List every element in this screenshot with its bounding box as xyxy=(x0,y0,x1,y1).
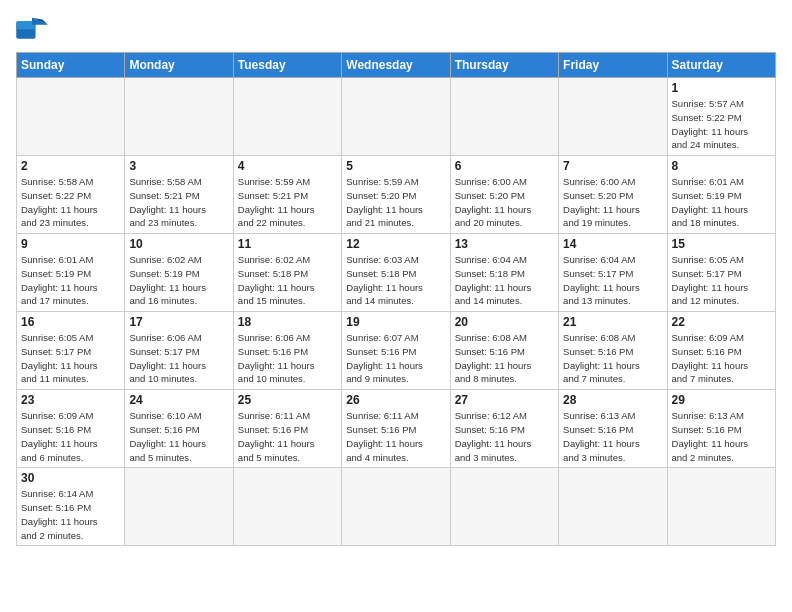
day-info: Sunrise: 6:08 AM Sunset: 5:16 PM Dayligh… xyxy=(563,331,662,386)
day-info: Sunrise: 5:59 AM Sunset: 5:21 PM Dayligh… xyxy=(238,175,337,230)
calendar-cell xyxy=(342,468,450,546)
day-number: 3 xyxy=(129,159,228,173)
day-info: Sunrise: 6:06 AM Sunset: 5:17 PM Dayligh… xyxy=(129,331,228,386)
calendar-row: 23Sunrise: 6:09 AM Sunset: 5:16 PM Dayli… xyxy=(17,390,776,468)
calendar-cell: 3Sunrise: 5:58 AM Sunset: 5:21 PM Daylig… xyxy=(125,156,233,234)
day-number: 16 xyxy=(21,315,120,329)
weekday-header-thursday: Thursday xyxy=(450,53,558,78)
day-info: Sunrise: 6:00 AM Sunset: 5:20 PM Dayligh… xyxy=(563,175,662,230)
calendar-cell xyxy=(559,78,667,156)
day-info: Sunrise: 6:14 AM Sunset: 5:16 PM Dayligh… xyxy=(21,487,120,542)
calendar-cell: 8Sunrise: 6:01 AM Sunset: 5:19 PM Daylig… xyxy=(667,156,775,234)
day-info: Sunrise: 6:05 AM Sunset: 5:17 PM Dayligh… xyxy=(672,253,771,308)
calendar-row: 1Sunrise: 5:57 AM Sunset: 5:22 PM Daylig… xyxy=(17,78,776,156)
weekday-header-sunday: Sunday xyxy=(17,53,125,78)
day-number: 6 xyxy=(455,159,554,173)
day-number: 2 xyxy=(21,159,120,173)
calendar-cell: 16Sunrise: 6:05 AM Sunset: 5:17 PM Dayli… xyxy=(17,312,125,390)
calendar-cell: 13Sunrise: 6:04 AM Sunset: 5:18 PM Dayli… xyxy=(450,234,558,312)
calendar-cell: 27Sunrise: 6:12 AM Sunset: 5:16 PM Dayli… xyxy=(450,390,558,468)
calendar-cell xyxy=(450,78,558,156)
calendar-cell: 17Sunrise: 6:06 AM Sunset: 5:17 PM Dayli… xyxy=(125,312,233,390)
day-info: Sunrise: 6:05 AM Sunset: 5:17 PM Dayligh… xyxy=(21,331,120,386)
day-info: Sunrise: 6:07 AM Sunset: 5:16 PM Dayligh… xyxy=(346,331,445,386)
page-header xyxy=(16,16,776,44)
weekday-header-monday: Monday xyxy=(125,53,233,78)
calendar-cell: 2Sunrise: 5:58 AM Sunset: 5:22 PM Daylig… xyxy=(17,156,125,234)
calendar-cell: 29Sunrise: 6:13 AM Sunset: 5:16 PM Dayli… xyxy=(667,390,775,468)
day-number: 28 xyxy=(563,393,662,407)
day-number: 1 xyxy=(672,81,771,95)
day-number: 14 xyxy=(563,237,662,251)
calendar-cell: 28Sunrise: 6:13 AM Sunset: 5:16 PM Dayli… xyxy=(559,390,667,468)
day-info: Sunrise: 5:58 AM Sunset: 5:22 PM Dayligh… xyxy=(21,175,120,230)
calendar-cell: 12Sunrise: 6:03 AM Sunset: 5:18 PM Dayli… xyxy=(342,234,450,312)
day-number: 22 xyxy=(672,315,771,329)
day-info: Sunrise: 6:12 AM Sunset: 5:16 PM Dayligh… xyxy=(455,409,554,464)
day-info: Sunrise: 6:03 AM Sunset: 5:18 PM Dayligh… xyxy=(346,253,445,308)
calendar-cell: 4Sunrise: 5:59 AM Sunset: 5:21 PM Daylig… xyxy=(233,156,341,234)
calendar-cell: 14Sunrise: 6:04 AM Sunset: 5:17 PM Dayli… xyxy=(559,234,667,312)
day-number: 19 xyxy=(346,315,445,329)
logo xyxy=(16,16,52,44)
calendar-cell xyxy=(450,468,558,546)
calendar-cell: 22Sunrise: 6:09 AM Sunset: 5:16 PM Dayli… xyxy=(667,312,775,390)
day-number: 5 xyxy=(346,159,445,173)
calendar-cell xyxy=(559,468,667,546)
day-info: Sunrise: 6:13 AM Sunset: 5:16 PM Dayligh… xyxy=(672,409,771,464)
calendar-cell: 20Sunrise: 6:08 AM Sunset: 5:16 PM Dayli… xyxy=(450,312,558,390)
calendar-row: 2Sunrise: 5:58 AM Sunset: 5:22 PM Daylig… xyxy=(17,156,776,234)
day-info: Sunrise: 6:10 AM Sunset: 5:16 PM Dayligh… xyxy=(129,409,228,464)
day-number: 29 xyxy=(672,393,771,407)
calendar-cell: 30Sunrise: 6:14 AM Sunset: 5:16 PM Dayli… xyxy=(17,468,125,546)
weekday-header-wednesday: Wednesday xyxy=(342,53,450,78)
day-number: 7 xyxy=(563,159,662,173)
calendar-cell xyxy=(125,78,233,156)
calendar-cell: 9Sunrise: 6:01 AM Sunset: 5:19 PM Daylig… xyxy=(17,234,125,312)
day-number: 25 xyxy=(238,393,337,407)
day-info: Sunrise: 6:04 AM Sunset: 5:18 PM Dayligh… xyxy=(455,253,554,308)
day-info: Sunrise: 6:06 AM Sunset: 5:16 PM Dayligh… xyxy=(238,331,337,386)
day-info: Sunrise: 6:11 AM Sunset: 5:16 PM Dayligh… xyxy=(346,409,445,464)
calendar-cell: 26Sunrise: 6:11 AM Sunset: 5:16 PM Dayli… xyxy=(342,390,450,468)
calendar-cell: 1Sunrise: 5:57 AM Sunset: 5:22 PM Daylig… xyxy=(667,78,775,156)
day-info: Sunrise: 6:13 AM Sunset: 5:16 PM Dayligh… xyxy=(563,409,662,464)
day-info: Sunrise: 5:59 AM Sunset: 5:20 PM Dayligh… xyxy=(346,175,445,230)
day-info: Sunrise: 6:02 AM Sunset: 5:19 PM Dayligh… xyxy=(129,253,228,308)
calendar-cell xyxy=(233,468,341,546)
calendar-cell: 15Sunrise: 6:05 AM Sunset: 5:17 PM Dayli… xyxy=(667,234,775,312)
calendar-cell xyxy=(125,468,233,546)
day-number: 15 xyxy=(672,237,771,251)
day-number: 21 xyxy=(563,315,662,329)
calendar-row: 9Sunrise: 6:01 AM Sunset: 5:19 PM Daylig… xyxy=(17,234,776,312)
day-number: 9 xyxy=(21,237,120,251)
day-info: Sunrise: 6:09 AM Sunset: 5:16 PM Dayligh… xyxy=(21,409,120,464)
calendar-cell: 11Sunrise: 6:02 AM Sunset: 5:18 PM Dayli… xyxy=(233,234,341,312)
day-info: Sunrise: 6:01 AM Sunset: 5:19 PM Dayligh… xyxy=(672,175,771,230)
day-number: 24 xyxy=(129,393,228,407)
calendar-cell: 23Sunrise: 6:09 AM Sunset: 5:16 PM Dayli… xyxy=(17,390,125,468)
calendar-cell: 25Sunrise: 6:11 AM Sunset: 5:16 PM Dayli… xyxy=(233,390,341,468)
day-info: Sunrise: 6:01 AM Sunset: 5:19 PM Dayligh… xyxy=(21,253,120,308)
calendar-cell: 24Sunrise: 6:10 AM Sunset: 5:16 PM Dayli… xyxy=(125,390,233,468)
day-number: 20 xyxy=(455,315,554,329)
calendar-cell: 18Sunrise: 6:06 AM Sunset: 5:16 PM Dayli… xyxy=(233,312,341,390)
calendar-cell: 10Sunrise: 6:02 AM Sunset: 5:19 PM Dayli… xyxy=(125,234,233,312)
calendar-row: 30Sunrise: 6:14 AM Sunset: 5:16 PM Dayli… xyxy=(17,468,776,546)
weekday-header-friday: Friday xyxy=(559,53,667,78)
day-number: 12 xyxy=(346,237,445,251)
day-number: 4 xyxy=(238,159,337,173)
calendar-cell xyxy=(233,78,341,156)
day-info: Sunrise: 6:02 AM Sunset: 5:18 PM Dayligh… xyxy=(238,253,337,308)
day-number: 13 xyxy=(455,237,554,251)
calendar-cell xyxy=(17,78,125,156)
day-number: 11 xyxy=(238,237,337,251)
day-info: Sunrise: 6:09 AM Sunset: 5:16 PM Dayligh… xyxy=(672,331,771,386)
day-number: 18 xyxy=(238,315,337,329)
day-info: Sunrise: 5:58 AM Sunset: 5:21 PM Dayligh… xyxy=(129,175,228,230)
calendar-cell: 5Sunrise: 5:59 AM Sunset: 5:20 PM Daylig… xyxy=(342,156,450,234)
calendar-cell: 6Sunrise: 6:00 AM Sunset: 5:20 PM Daylig… xyxy=(450,156,558,234)
logo-icon xyxy=(16,16,48,44)
day-number: 30 xyxy=(21,471,120,485)
calendar-cell xyxy=(667,468,775,546)
